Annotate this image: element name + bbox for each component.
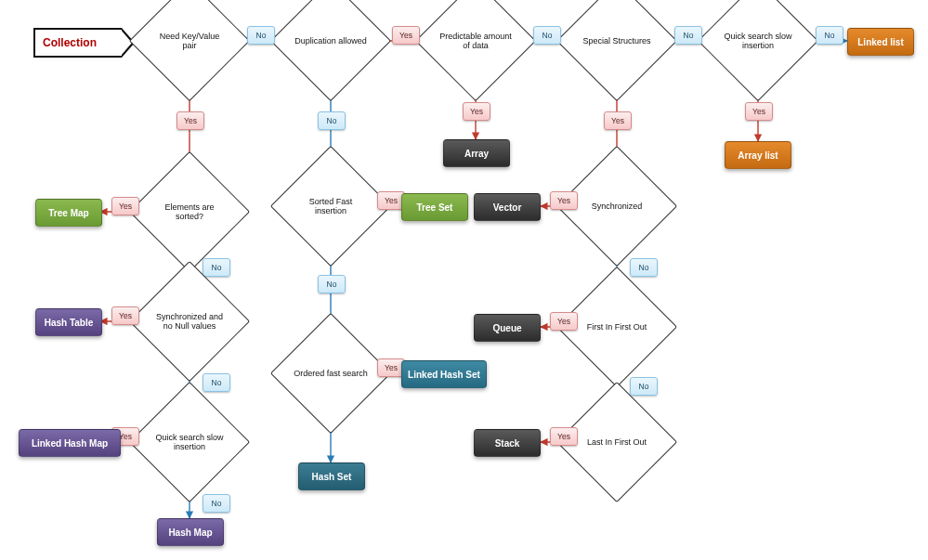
yes-label: Yes: [176, 111, 204, 130]
yes-label: Yes: [392, 26, 420, 45]
result-linked-list: Linked list: [847, 28, 914, 56]
decision-duplication: Duplication allowed: [288, 0, 373, 84]
decision-special: Special Structures: [574, 0, 660, 84]
no-label: No: [630, 377, 658, 396]
yes-label: Yes: [550, 312, 578, 331]
result-tree-set: Tree Set: [401, 193, 468, 221]
no-label: No: [203, 373, 230, 392]
no-label: No: [203, 258, 230, 277]
no-label: No: [533, 26, 561, 45]
no-label: No: [674, 26, 702, 45]
start-label: Collection: [43, 36, 97, 49]
no-label: No: [203, 494, 230, 513]
yes-label: Yes: [463, 102, 490, 121]
yes-label: Yes: [550, 191, 578, 210]
result-tree-map: Tree Map: [35, 199, 102, 227]
result-vector: Vector: [474, 193, 541, 221]
result-array: Array: [443, 139, 510, 167]
result-array-list: Array list: [725, 141, 791, 169]
no-label: No: [318, 275, 346, 293]
decision-sync-kv: Synchronized and no Null values: [147, 279, 232, 364]
yes-label: Yes: [111, 197, 139, 215]
decision-sfi: Sorted Fast insertion: [288, 163, 373, 249]
result-hash-table: Hash Table: [35, 308, 102, 336]
no-label: No: [630, 258, 658, 277]
start-collection: Collection: [33, 28, 122, 58]
result-queue: Queue: [474, 314, 541, 342]
result-hashmap: Hash Map: [157, 518, 224, 546]
decision-lifo: Last In First Out: [574, 399, 660, 485]
decision-ordered: Ordered fast search: [288, 331, 373, 416]
result-hashset: Hash Set: [298, 462, 365, 490]
result-lhm: Linked Hash Map: [19, 429, 121, 457]
decision-sync-dup: Synchronized: [574, 163, 660, 249]
yes-label: Yes: [745, 102, 773, 121]
decision-qsearch-right: Quick search slow insertion: [715, 0, 801, 84]
decision-predictable: Predictable amount of data: [433, 0, 518, 84]
yes-label: Yes: [111, 306, 139, 325]
decision-need-kv: Need Key/Value pair: [147, 0, 232, 84]
decision-sorted: Elements are sorted?: [147, 169, 232, 254]
no-label: No: [318, 111, 346, 130]
result-lhs: Linked Hash Set: [401, 360, 487, 388]
no-label: No: [816, 26, 843, 45]
no-label: No: [247, 26, 275, 45]
decision-fifo: First In First Out: [574, 284, 660, 370]
decision-qsearch-left: Quick search slow insertion: [147, 399, 232, 485]
yes-label: Yes: [550, 427, 578, 446]
yes-label: Yes: [604, 111, 632, 130]
result-stack: Stack: [474, 429, 541, 457]
